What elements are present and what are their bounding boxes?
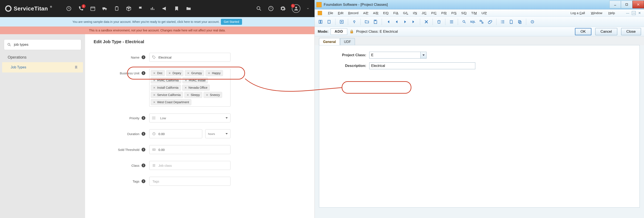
menu-item[interactable]: Help (608, 10, 615, 16)
bookmark-icon[interactable] (174, 6, 180, 12)
chip[interactable]: ✕Service California (151, 92, 183, 98)
settings-icon[interactable] (280, 6, 286, 12)
project-class-input[interactable] (369, 52, 420, 58)
chip[interactable]: ✕Install California (151, 85, 181, 90)
chevron-down-icon[interactable] (420, 52, 426, 58)
megaphone-icon[interactable] (162, 6, 168, 12)
chip[interactable]: ✕West Coast Department (151, 99, 191, 105)
chip[interactable]: ✕Sneezy (204, 92, 222, 98)
menu-item[interactable]: File (328, 10, 334, 16)
sidebar-item-job-types[interactable]: Job Types (2, 62, 83, 72)
search-icon[interactable] (460, 18, 468, 26)
menu-item[interactable]: S/D (461, 10, 467, 16)
chip-remove-icon[interactable]: ✕ (185, 79, 187, 82)
menu-item[interactable]: F/A (393, 10, 399, 16)
minimize-button[interactable] (609, 1, 621, 8)
chip-remove-icon[interactable]: ✕ (206, 94, 208, 96)
name-input[interactable] (158, 55, 228, 60)
x-icon[interactable] (423, 18, 430, 26)
description-input[interactable] (369, 62, 475, 69)
cube-icon[interactable] (126, 6, 132, 12)
chip-remove-icon[interactable]: ✕ (153, 94, 156, 96)
mdi-close-icon[interactable]: ✕ (638, 11, 641, 15)
info-icon[interactable]: i (142, 148, 146, 152)
attach-icon[interactable] (486, 18, 494, 26)
trash-icon[interactable] (435, 18, 442, 26)
menu-item[interactable]: P/R (441, 10, 447, 16)
menu-item[interactable]: Window (590, 10, 603, 16)
plus-box-icon[interactable] (338, 18, 345, 26)
chip[interactable]: ✕HVAC California (151, 77, 181, 83)
chip-remove-icon[interactable]: ✕ (153, 79, 156, 82)
close-button[interactable] (632, 1, 644, 8)
last-icon[interactable] (410, 18, 417, 26)
chip-remove-icon[interactable]: ✕ (153, 86, 156, 89)
folder-icon[interactable] (186, 6, 192, 12)
next-icon[interactable] (402, 18, 409, 26)
chart-icon[interactable] (150, 6, 156, 12)
first-icon[interactable] (384, 18, 392, 26)
sold-threshold-input[interactable] (158, 148, 228, 152)
help-icon[interactable]: ? (268, 6, 274, 12)
business-unit-chipbox[interactable]: ✕Doc✕Dopey✕Grumpy✕Happy✕HVAC California✕… (149, 68, 230, 107)
bullets-icon[interactable] (499, 18, 506, 26)
menu-item[interactable]: P/C (431, 10, 437, 16)
tags-input[interactable] (152, 179, 228, 184)
clipboard-icon[interactable] (114, 6, 120, 12)
chip[interactable]: ✕HVAC Install (182, 77, 208, 83)
info-icon[interactable]: i (142, 116, 146, 120)
menu-item[interactable]: G/L (402, 10, 408, 16)
chip-remove-icon[interactable]: ✕ (187, 94, 189, 96)
info-icon[interactable]: i (142, 179, 146, 183)
flag-icon[interactable] (138, 6, 144, 12)
search-icon[interactable] (256, 6, 262, 12)
prev-icon[interactable] (393, 18, 400, 26)
menu-item[interactable]: J/C (421, 10, 427, 16)
menu-item[interactable]: P/S (451, 10, 457, 16)
list-icon[interactable] (448, 18, 455, 26)
chip-remove-icon[interactable]: ✕ (153, 72, 156, 75)
folder-icon[interactable] (363, 18, 370, 26)
chip[interactable]: ✕Happy (206, 70, 223, 76)
duration-unit-select[interactable]: hours (205, 129, 230, 138)
chip[interactable]: ✕Grumpy (185, 70, 204, 76)
cancel-button[interactable]: Cancel (595, 28, 617, 35)
info-icon[interactable]: i (142, 71, 146, 75)
sql-icon[interactable]: SQL (469, 18, 476, 26)
menu-item[interactable]: Edit (338, 10, 344, 16)
chip[interactable]: ✕Sleepy (184, 92, 202, 98)
chip[interactable]: ✕Nevada Office (182, 85, 210, 90)
menu-item[interactable]: E/Q (383, 10, 389, 16)
info-icon[interactable]: i (142, 132, 146, 136)
calendar-icon[interactable] (90, 6, 96, 12)
truck-icon[interactable] (102, 6, 108, 12)
chip-remove-icon[interactable]: ✕ (168, 72, 171, 75)
menu-item[interactable]: Record (348, 10, 359, 16)
book-icon[interactable] (317, 18, 324, 26)
copy-icon[interactable] (516, 18, 524, 26)
menu-item[interactable]: T/M (471, 10, 477, 16)
save-icon[interactable] (372, 18, 379, 26)
class-input[interactable] (158, 164, 228, 168)
sidebar-search-input[interactable] (14, 42, 78, 47)
menu-item[interactable]: I/N (412, 10, 417, 16)
menu-item[interactable]: Log a Call (570, 10, 586, 16)
priority-select[interactable]: Low (149, 114, 230, 122)
menu-item[interactable]: A/P (362, 10, 368, 16)
phone-icon[interactable]: 1 (78, 6, 84, 12)
clock-icon[interactable] (66, 6, 72, 12)
project-class-combo[interactable] (369, 52, 426, 58)
info-icon[interactable]: i (142, 164, 146, 167)
avatar[interactable]: 1 (292, 4, 300, 13)
close-button[interactable]: Close (621, 28, 641, 35)
maximize-button[interactable] (621, 1, 632, 8)
get-started-button[interactable]: Get Started (221, 19, 242, 25)
chip-remove-icon[interactable]: ✕ (208, 72, 210, 75)
duration-input[interactable] (158, 132, 200, 136)
chip-remove-icon[interactable]: ✕ (184, 86, 187, 89)
flow-icon[interactable] (478, 18, 485, 26)
page-icon[interactable] (326, 18, 333, 26)
chip[interactable]: ✕Dopey (166, 70, 184, 76)
tab-udf[interactable]: UDF (340, 38, 355, 45)
doc-icon[interactable] (508, 18, 515, 26)
